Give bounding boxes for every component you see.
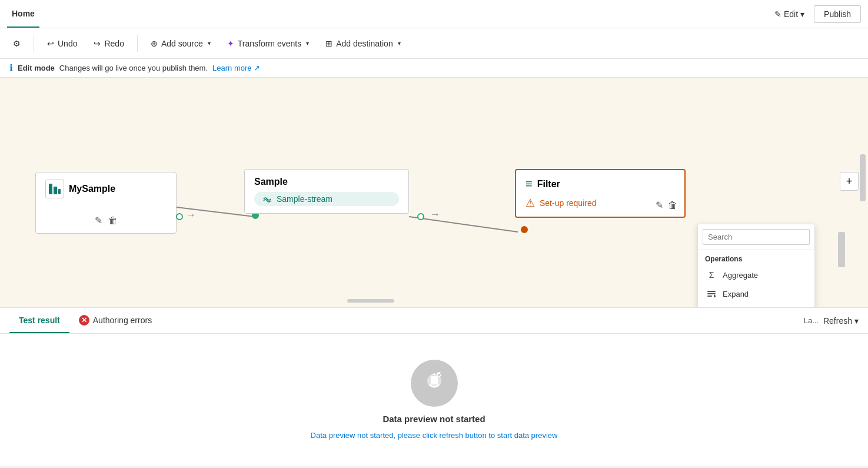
add-dest-icon: ⊞ [325,39,332,48]
toolbar: ⚙ ↩ Undo ↪ Redo ⊕ Add source ▾ ✦ Transfo… [0,28,868,59]
test-result-tab[interactable]: Test result [9,308,69,333]
svg-rect-4 [54,187,57,194]
connector-dot-3 [417,213,424,220]
svg-rect-8 [707,296,712,297]
transform-events-button[interactable]: ✦ Transform events ▾ [221,35,315,52]
empty-title: Data preview not started [383,414,485,424]
filter-delete-btn[interactable]: 🗑 [668,200,677,211]
empty-desc: Data preview not started, please click r… [311,431,558,440]
setup-required: ⚠ Set-up required [526,197,675,210]
transform-chevron: ▾ [306,40,309,47]
mysample-icon [45,180,64,198]
connector-dot-1 [176,213,183,220]
authoring-errors-text: Authoring errors [93,316,152,325]
info-icon: ℹ [9,62,13,74]
aggregate-icon: Σ [706,270,717,280]
svg-rect-22 [431,376,438,384]
edit-mode-bar: ℹ Edit mode Changes will go live once yo… [0,59,868,78]
last-refreshed-label: La... [804,316,819,325]
pencil-icon: ✎ [774,9,781,19]
expand-label: Expand [723,290,749,298]
refresh-button[interactable]: Refresh ▾ [823,316,859,326]
zoom-controls: + [840,172,859,191]
publish-button[interactable]: Publish [814,5,861,23]
edit-button[interactable]: ✎ Edit ▾ [770,7,809,21]
mysample-edit-btn[interactable]: ✎ [95,215,102,226]
add-source-button[interactable]: ⊕ Add source ▾ [145,35,217,52]
filter-title: ≡ Filter [526,177,675,191]
canvas-area: MySample ✎ 🗑 → Sample Sample-stream → ≡ [0,78,868,307]
mysample-delete-btn[interactable]: 🗑 [108,215,118,226]
filter-icon: ≡ [526,177,533,191]
filter-actions: ✎ 🗑 [656,200,677,211]
arrow-2: → [430,208,440,221]
transform-icon: ✦ [227,39,234,48]
dropdown-search-area [698,224,814,250]
empty-state-icon [411,360,458,407]
bottom-tab-right: La... Refresh ▾ [804,316,859,326]
svg-rect-5 [58,189,61,194]
svg-line-1 [409,217,518,232]
learn-more-link[interactable]: Learn more ↗ [212,64,260,72]
add-dest-chevron: ▾ [398,40,401,47]
add-destination-button[interactable]: ⊞ Add destination ▾ [320,35,407,52]
aggregate-item[interactable]: Σ Aggregate [698,265,814,284]
filter-item[interactable]: ≡ Filter [698,303,814,307]
empty-state: Data preview not started Data preview no… [0,334,868,466]
settings-button[interactable]: ⚙ [7,35,26,52]
undo-icon: ↩ [47,39,54,48]
chevron-down-icon: ▾ [800,9,804,19]
svg-rect-6 [707,291,716,292]
add-source-chevron: ▾ [208,40,211,47]
edit-mode-label: Edit mode [18,64,55,72]
expand-item[interactable]: Expand [698,284,814,303]
zoom-in-button[interactable]: + [840,172,859,191]
aggregate-label: Aggregate [723,271,758,280]
operations-dropdown: Operations Σ Aggregate Expand ≡ Filter G… [697,224,815,307]
error-count-badge: ✕ [79,315,89,326]
bottom-panel: Test result ✕ Authoring errors La... Ref… [0,307,868,466]
vertical-scrollbar[interactable] [860,154,866,201]
bottom-tabs: Test result ✕ Authoring errors La... Ref… [0,308,868,334]
sample-title: Sample [254,177,399,187]
toolbar-divider-2 [137,35,138,52]
toolbar-divider-1 [34,35,34,52]
svg-marker-9 [714,294,716,298]
sample-node: Sample Sample-stream [244,169,409,214]
arrow-1: → [185,209,196,221]
connector-dot-4 [521,226,528,233]
top-nav: Home ✎ Edit ▾ Publish [0,0,868,28]
top-nav-right: ✎ Edit ▾ Publish [770,5,861,23]
redo-button[interactable]: ↪ Redo [88,35,129,52]
chevron-down-icon-refresh: ▾ [854,316,859,326]
horizontal-scrollbar[interactable] [347,299,394,303]
filter-node: ≡ Filter ⚠ Set-up required ✎ 🗑 [515,169,686,218]
operations-section-label: Operations [698,250,814,265]
dropdown-search-input[interactable] [703,229,810,245]
sample-stream: Sample-stream [254,192,399,206]
authoring-errors-tab[interactable]: ✕ Authoring errors [69,308,161,333]
filter-edit-btn[interactable]: ✎ [656,200,663,211]
mysample-node: MySample ✎ 🗑 [35,172,177,234]
svg-rect-3 [49,184,52,194]
edit-mode-message: Changes will go live once you publish th… [59,64,208,72]
add-source-icon: ⊕ [151,39,158,48]
expand-icon [706,288,717,299]
warning-icon: ⚠ [526,197,535,210]
mysample-title: MySample [45,180,167,198]
svg-rect-7 [707,293,716,294]
svg-rect-2 [838,232,845,267]
undo-button[interactable]: ↩ Undo [41,35,83,52]
settings-icon: ⚙ [13,39,21,48]
authoring-errors-label: ✕ Authoring errors [79,315,152,326]
home-tab[interactable]: Home [7,0,39,28]
refresh-label: Refresh [823,316,852,326]
mysample-actions: ✎ 🗑 [45,215,167,226]
redo-icon: ↪ [94,39,101,48]
